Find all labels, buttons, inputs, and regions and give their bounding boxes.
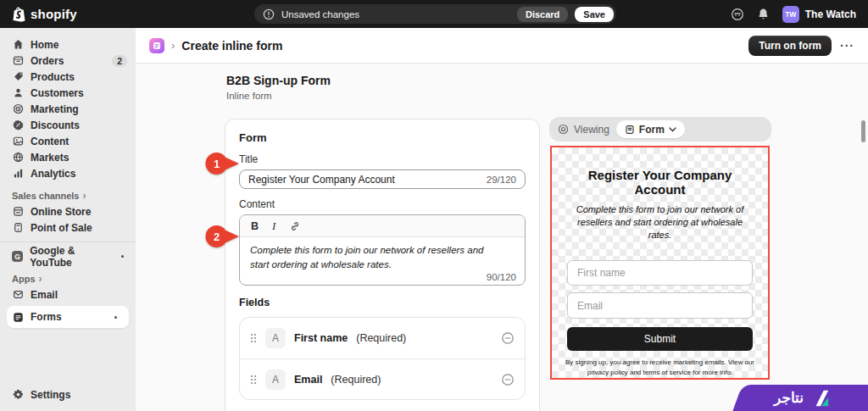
sidebar-item-discounts[interactable]: Discounts bbox=[0, 117, 136, 133]
rte-toolbar: B I bbox=[240, 215, 525, 237]
title-input[interactable] bbox=[248, 174, 480, 186]
shopify-bag-icon bbox=[12, 7, 25, 22]
marketing-icon bbox=[12, 103, 24, 114]
save-button[interactable]: Save bbox=[575, 7, 614, 22]
sidebar-item-google-youtube[interactable]: G Google & YouTube bbox=[0, 248, 136, 264]
orders-icon bbox=[12, 55, 24, 66]
sidebar-item-home[interactable]: Home bbox=[0, 36, 136, 53]
online-store-icon bbox=[12, 206, 24, 217]
remove-field-icon[interactable] bbox=[501, 331, 515, 345]
sidebar-item-analytics[interactable]: Analytics bbox=[0, 165, 136, 181]
remove-field-icon[interactable] bbox=[501, 373, 515, 386]
preview-toolbar: Viewing Form bbox=[549, 117, 771, 142]
content-label: Content bbox=[239, 198, 526, 210]
user-name: The Watch bbox=[805, 8, 856, 20]
viewing-label-group: Viewing bbox=[558, 124, 609, 136]
content-icon bbox=[12, 136, 24, 147]
sidebar-item-point-of-sale[interactable]: Point of Sale bbox=[0, 219, 136, 236]
preview-submit-button[interactable]: Submit bbox=[567, 327, 753, 351]
svg-text:1: 1 bbox=[214, 158, 220, 170]
sidebar-item-orders[interactable]: Orders 2 bbox=[0, 53, 136, 69]
page-header: › Create inline form Turn on form ··· bbox=[136, 28, 868, 64]
italic-button[interactable]: I bbox=[272, 219, 275, 233]
watermark-text: نتاجر bbox=[774, 389, 804, 407]
form-mode-icon bbox=[625, 125, 635, 135]
main-area: › Create inline form Turn on form ··· B2… bbox=[136, 28, 868, 411]
sidebar-item-products[interactable]: Products bbox=[0, 69, 136, 85]
field-row-first-name[interactable]: A First name (Required) bbox=[240, 318, 525, 358]
svg-text:2: 2 bbox=[214, 230, 220, 243]
turn-on-form-button[interactable]: Turn on form bbox=[748, 36, 832, 56]
annotation-pin-1: 1 bbox=[205, 152, 240, 175]
form-preview-frame: Register Your Company Account Complete t… bbox=[550, 146, 770, 380]
drag-handle-icon[interactable] bbox=[250, 333, 257, 343]
rich-text-editor: B I Complete this form to join our netwo… bbox=[239, 214, 526, 286]
watermark-banner: نتاجر bbox=[732, 385, 868, 411]
notifications-bell-icon[interactable] bbox=[757, 8, 770, 21]
inbox-icon[interactable] bbox=[731, 8, 744, 21]
products-tag-icon bbox=[12, 71, 24, 82]
user-menu[interactable]: TW The Watch bbox=[782, 6, 856, 23]
home-icon bbox=[12, 39, 24, 50]
more-actions-icon[interactable]: ··· bbox=[840, 39, 854, 53]
forms-app-icon bbox=[149, 38, 164, 53]
sidebar-item-markets[interactable]: Markets bbox=[0, 149, 136, 165]
discounts-icon bbox=[12, 119, 24, 131]
apps-header[interactable]: Apps › bbox=[0, 271, 136, 286]
sidebar-item-email[interactable]: Email bbox=[0, 286, 136, 303]
shopify-wordmark: shopify bbox=[31, 7, 77, 21]
drag-handle-icon[interactable] bbox=[250, 375, 257, 385]
chevron-down-icon bbox=[669, 127, 676, 132]
content-text: Complete this form to join our network o… bbox=[250, 243, 498, 271]
status-dot bbox=[121, 255, 124, 258]
page-title: Create inline form bbox=[181, 39, 282, 53]
preview-form-title: Register Your Company Account bbox=[571, 168, 749, 197]
customers-icon bbox=[12, 87, 24, 98]
sidebar-item-settings[interactable]: Settings bbox=[0, 386, 136, 403]
sidebar-divider bbox=[0, 242, 136, 242]
chevron-right-icon: › bbox=[39, 273, 42, 285]
google-icon: G bbox=[12, 251, 23, 262]
shopify-logo[interactable]: shopify bbox=[0, 7, 77, 22]
breadcrumb-separator: › bbox=[171, 39, 175, 52]
fields-list: A First name (Required) A Email (Require… bbox=[239, 317, 526, 400]
sidebar-item-customers[interactable]: Customers bbox=[0, 85, 136, 101]
title-char-counter: 29/120 bbox=[487, 175, 516, 185]
point-of-sale-icon bbox=[12, 222, 24, 233]
content-area: B2B Sign-up Form Inline form Form Title … bbox=[136, 64, 868, 411]
fields-label: Fields bbox=[239, 297, 526, 308]
title-input-wrapper: 29/120 bbox=[239, 169, 526, 189]
sidebar-item-content[interactable]: Content bbox=[0, 133, 136, 149]
preview-first-name-input[interactable] bbox=[567, 260, 753, 286]
preview-mode-dropdown[interactable]: Form bbox=[616, 120, 685, 138]
chevron-right-icon: › bbox=[83, 190, 86, 202]
email-icon bbox=[12, 289, 24, 300]
preview-email-input[interactable] bbox=[567, 292, 753, 319]
form-editor-card: Form Title 29/120 Content B I Complete t… bbox=[225, 119, 540, 411]
forms-icon bbox=[12, 312, 24, 323]
alert-circle-icon bbox=[263, 8, 275, 20]
bold-button[interactable]: B bbox=[251, 220, 259, 232]
form-name-heading: B2B Sign-up Form bbox=[226, 74, 331, 87]
sidebar-item-forms[interactable]: Forms bbox=[7, 306, 129, 328]
link-icon[interactable] bbox=[289, 220, 301, 232]
form-type-subheading: Inline form bbox=[226, 91, 272, 101]
sidebar: Home Orders 2 Products Customers Marketi… bbox=[0, 28, 136, 411]
title-label: Title bbox=[239, 153, 526, 165]
watermark-logo-icon bbox=[811, 389, 830, 408]
preview-form-subtitle: Complete this form to join our network o… bbox=[565, 203, 755, 242]
gear-icon bbox=[12, 389, 24, 400]
unsaved-changes-bar: Unsaved changes Discard Save bbox=[254, 4, 616, 24]
sidebar-item-marketing[interactable]: Marketing bbox=[0, 101, 136, 117]
text-field-type-icon: A bbox=[265, 369, 286, 390]
sales-channels-header[interactable]: Sales channels › bbox=[0, 188, 136, 203]
avatar: TW bbox=[782, 6, 799, 23]
rte-body[interactable]: Complete this form to join our network o… bbox=[240, 237, 525, 285]
markets-globe-icon bbox=[12, 152, 24, 163]
scrollbar-thumb[interactable] bbox=[861, 120, 865, 142]
analytics-bars-icon bbox=[12, 168, 24, 179]
sidebar-item-online-store[interactable]: Online Store bbox=[0, 203, 136, 219]
form-section-title: Form bbox=[239, 131, 526, 144]
field-row-email[interactable]: A Email (Required) bbox=[240, 358, 525, 399]
discard-button[interactable]: Discard bbox=[517, 7, 568, 22]
